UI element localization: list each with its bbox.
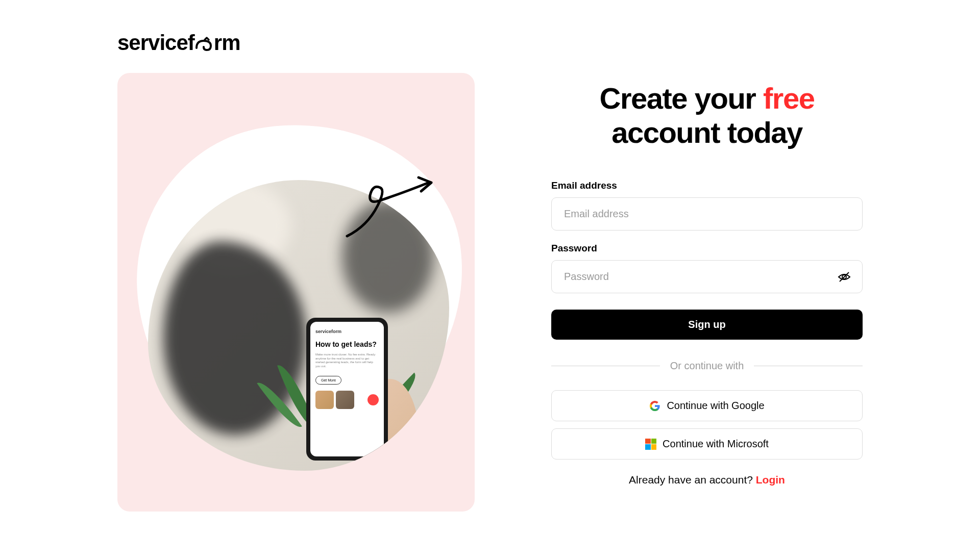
- login-link[interactable]: Login: [756, 474, 785, 486]
- divider: Or continue with: [551, 360, 863, 372]
- phone-text: Make more trust closer. No fee extra. Re…: [315, 353, 379, 369]
- divider-text: Or continue with: [670, 360, 744, 372]
- phone-logo: serviceform: [315, 329, 379, 334]
- phone-cta: Get More: [315, 376, 341, 385]
- microsoft-signin-button[interactable]: Continue with Microsoft: [551, 428, 863, 460]
- phone-headline: How to get leads?: [315, 340, 379, 349]
- google-icon: [649, 400, 660, 412]
- svg-line-1: [840, 272, 849, 282]
- microsoft-signin-label: Continue with Microsoft: [663, 438, 769, 450]
- brand-logo: servicefrm: [117, 31, 475, 55]
- page-title: Create your free account today: [551, 82, 863, 149]
- phone-mockup: serviceform How to get leads? Make more …: [306, 318, 388, 461]
- login-prompt: Already have an account? Login: [551, 474, 863, 486]
- hero-illustration: serviceform How to get leads? Make more …: [117, 73, 475, 512]
- email-field[interactable]: [551, 197, 863, 231]
- password-label: Password: [551, 243, 863, 254]
- toggle-password-icon[interactable]: [837, 270, 851, 284]
- email-label: Email address: [551, 180, 863, 191]
- password-field[interactable]: [551, 260, 863, 293]
- signup-button[interactable]: Sign up: [551, 310, 863, 340]
- decorative-arrow-icon: [342, 170, 444, 241]
- microsoft-icon: [645, 439, 656, 450]
- google-signin-label: Continue with Google: [667, 400, 764, 412]
- google-signin-button[interactable]: Continue with Google: [551, 390, 863, 421]
